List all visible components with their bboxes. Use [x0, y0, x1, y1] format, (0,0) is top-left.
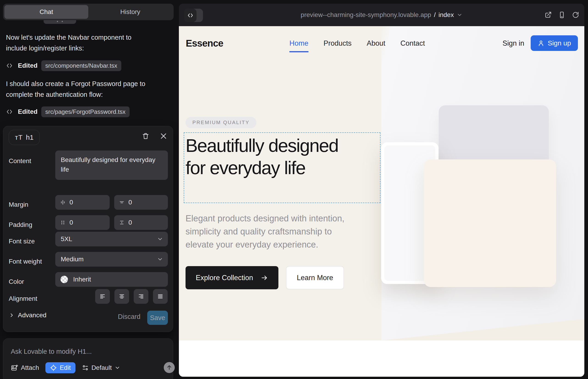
preview-url-domain: preview--charming-site-symphony.lovable.…: [301, 11, 431, 19]
margin-y-input[interactable]: 0: [114, 195, 168, 210]
sign-in-link[interactable]: Sign in: [502, 39, 524, 47]
font-size-select[interactable]: 5XL: [55, 232, 168, 246]
open-in-new-tab-button[interactable]: [544, 11, 552, 19]
send-button[interactable]: [164, 362, 175, 373]
arrow-up-icon: [166, 364, 172, 371]
align-justify-button[interactable]: [153, 289, 168, 304]
align-left-icon: [99, 293, 106, 300]
site-navbar: Essence Home Products About Contact Sign…: [179, 26, 584, 61]
preview-url-dropdown[interactable]: preview--charming-site-symphony.lovable.…: [301, 4, 463, 26]
padding-x-input[interactable]: 0: [55, 215, 110, 230]
tab-history[interactable]: History: [88, 5, 172, 19]
chevron-down-icon: [157, 256, 163, 262]
code-icon: [184, 9, 197, 22]
padding-label: Padding: [9, 221, 32, 228]
code-icon: [6, 108, 13, 115]
padding-vertical-icon: [119, 220, 125, 225]
close-editor-button[interactable]: [160, 132, 168, 141]
margin-label: Margin: [9, 201, 29, 208]
model-default-select[interactable]: Default: [82, 364, 121, 371]
font-weight-label: Font weight: [9, 258, 42, 265]
delete-element-button[interactable]: [142, 132, 150, 141]
hero-paragraph: Elegant products designed with intention…: [186, 212, 355, 251]
site-canvas: Essence Home Products About Contact Sign…: [179, 26, 584, 377]
edit-mode-button[interactable]: Edit: [46, 362, 75, 373]
align-left-button[interactable]: [95, 289, 110, 304]
arrow-right-icon: [261, 274, 268, 282]
edited-label: Edited: [18, 108, 38, 115]
color-swatch: [60, 276, 68, 283]
padding-horizontal-icon: [60, 220, 66, 225]
align-right-button[interactable]: [134, 289, 148, 304]
site-nav-links: Home Products About Contact: [289, 26, 425, 61]
external-link-icon: [544, 11, 552, 19]
nav-link-contact[interactable]: Contact: [401, 39, 425, 47]
refresh-icon: [572, 11, 579, 19]
advanced-toggle[interactable]: Advanced: [9, 312, 46, 319]
chat-message: I should also create a Forgot Password p…: [6, 79, 148, 100]
edited-file-row: Edited src/components/Navbar.tsx: [6, 60, 121, 71]
margin-vertical-icon: [119, 199, 125, 205]
url-separator: /: [434, 11, 436, 19]
image-plus-icon: [11, 364, 18, 371]
chevron-down-icon: [114, 365, 120, 371]
content-input[interactable]: Beautifully designed for everyday life: [55, 151, 168, 180]
align-center-icon: [118, 293, 125, 300]
file-chip[interactable]: src/pages/ForgotPassword.tsx: [41, 107, 130, 117]
font-size-label: Font size: [9, 238, 35, 245]
element-editor-panel: ᴛT h1 Content Beautifully designed for e…: [3, 126, 173, 332]
scrolled-chip: [44, 20, 76, 24]
close-icon: [160, 132, 167, 140]
color-select[interactable]: Inherit: [55, 272, 168, 287]
chevron-right-icon: [9, 312, 15, 318]
file-chip[interactable]: src/components/Navbar.tsx: [41, 60, 122, 71]
composer-placeholder: Ask Lovable to modify H1...: [11, 348, 92, 355]
color-label: Color: [9, 278, 24, 285]
learn-more-button[interactable]: Learn More: [286, 266, 344, 289]
chat-message: Now let's update the Navbar component to…: [6, 32, 148, 54]
margin-horizontal-icon: [60, 199, 66, 205]
sign-up-button[interactable]: Sign up: [531, 35, 578, 51]
code-view-toggle[interactable]: [184, 9, 203, 22]
edited-file-row: Edited src/pages/ForgotPassword.tsx: [6, 106, 130, 117]
tab-chat[interactable]: Chat: [4, 5, 88, 19]
chat-history-tabs: Chat History: [3, 4, 174, 20]
sliders-icon: [82, 364, 89, 371]
mobile-view-button[interactable]: [558, 11, 566, 19]
site-logo[interactable]: Essence: [186, 38, 223, 49]
align-justify-icon: [157, 293, 164, 300]
nav-link-about[interactable]: About: [367, 39, 385, 47]
user-icon: [538, 40, 544, 47]
preview-url-path: index: [438, 11, 454, 19]
decor-cream-card: [424, 159, 556, 287]
chevron-down-icon: [457, 12, 463, 18]
refresh-button[interactable]: [572, 11, 579, 19]
content-label: Content: [9, 157, 31, 165]
padding-y-input[interactable]: 0: [114, 215, 168, 230]
trash-icon: [142, 132, 150, 140]
target-icon: [50, 364, 57, 371]
hero-heading[interactable]: Beautifully designed for everyday life: [186, 134, 360, 179]
type-icon: ᴛT: [15, 134, 23, 141]
selected-element-pill: ᴛT h1: [9, 130, 40, 145]
nav-link-products[interactable]: Products: [324, 39, 352, 47]
discard-button[interactable]: Discard: [118, 313, 140, 320]
align-center-button[interactable]: [114, 289, 129, 304]
premium-quality-badge: PREMIUM QUALITY: [186, 117, 256, 128]
preview-topbar: preview--charming-site-symphony.lovable.…: [179, 4, 584, 26]
explore-collection-button[interactable]: Explore Collection: [186, 266, 279, 289]
smartphone-icon: [558, 11, 566, 19]
alignment-label: Alignment: [9, 295, 37, 302]
align-right-icon: [138, 293, 144, 300]
code-icon: [6, 62, 13, 69]
attach-button[interactable]: Attach: [11, 364, 39, 371]
nav-link-home[interactable]: Home: [289, 39, 309, 52]
chat-composer[interactable]: Ask Lovable to modify H1... Attach Edit …: [3, 338, 173, 379]
save-button[interactable]: Save: [147, 311, 168, 325]
edited-label: Edited: [18, 62, 38, 69]
hero-section: Essence Home Products About Contact Sign…: [179, 26, 584, 340]
chevron-down-icon: [157, 236, 163, 242]
margin-x-input[interactable]: 0: [55, 195, 110, 210]
selected-tag: h1: [26, 134, 33, 141]
font-weight-select[interactable]: Medium: [55, 252, 168, 267]
